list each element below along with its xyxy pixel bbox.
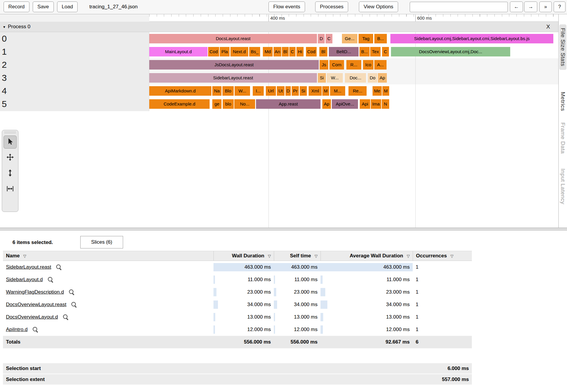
slice-name-link[interactable]: WarningFlagDescription.d [6, 289, 64, 295]
trace-slice[interactable]: DocsLayout.reast [149, 34, 317, 43]
column-header-average-wall-duration[interactable]: Average Wall Duration ▽ [321, 251, 413, 261]
trace-slice[interactable]: Bs_ [249, 47, 260, 56]
column-header-name[interactable]: Name ▽ [3, 251, 213, 261]
timeline-ruler[interactable]: 400 ms600 ms [0, 14, 558, 22]
trace-slice[interactable]: Si [300, 86, 307, 96]
trace-slice[interactable]: SidebarLayout.cmj,SidebarLayout.cmi,Side… [390, 34, 553, 43]
close-process-button[interactable]: X [546, 23, 550, 30]
analysis-tab-file-size-stats[interactable]: File Size Stats [559, 24, 566, 70]
trace-slice[interactable]: App.reast [256, 99, 321, 109]
trace-slice[interactable]: W... [327, 73, 343, 83]
trace-slice[interactable]: C [326, 34, 332, 43]
trace-slice[interactable]: blo [223, 99, 234, 109]
analysis-tab-frame-data[interactable]: Frame Data [560, 122, 566, 154]
table-row[interactable]: DocsOverviewLayout.reast 34.000 ms 34.00… [3, 298, 472, 311]
help-button[interactable]: ? [554, 1, 566, 12]
trace-slice[interactable]: Pr [292, 86, 299, 96]
trace-slice[interactable]: Bl [282, 47, 289, 56]
analysis-tab-input-latency[interactable]: Input Latency [560, 169, 566, 204]
table-row[interactable]: WarningFlagDescription.d 23.000 ms 23.00… [3, 286, 472, 298]
trace-slice[interactable]: M [382, 86, 389, 96]
record-button[interactable]: Record [4, 1, 29, 12]
trace-slice[interactable]: Do [368, 73, 377, 83]
slice-name-link[interactable]: SidebarLayout.reast [6, 264, 51, 270]
trace-slice[interactable]: Ut [277, 86, 285, 96]
trace-slice[interactable]: Tag [359, 34, 373, 43]
trace-slice[interactable]: Cod [208, 47, 219, 56]
pan-tool-button[interactable] [4, 151, 17, 164]
search-magnifier-icon[interactable] [69, 289, 75, 295]
trace-slice[interactable]: ge [212, 99, 222, 109]
trace-slice[interactable]: Com [329, 60, 344, 70]
trace-slice[interactable]: Re... [348, 86, 367, 96]
trace-slice[interactable]: M [322, 86, 329, 96]
table-row[interactable]: SidebarLayout.d 11.000 ms 11.000 ms 11.0… [3, 273, 472, 286]
trace-slice[interactable]: JsDocsLayout.reast [149, 60, 319, 70]
flow-events-button[interactable]: Flow events [268, 1, 305, 12]
trace-slice[interactable]: Pla [220, 47, 230, 56]
trace-slice[interactable]: Ima [371, 99, 381, 109]
search-magnifier-icon[interactable] [63, 314, 69, 320]
trace-slice[interactable]: Si [318, 73, 326, 83]
palette-drag-grip[interactable] [4, 131, 16, 134]
collapse-triangle-icon[interactable]: ▾ [3, 25, 5, 29]
search-input[interactable] [410, 2, 508, 12]
trace-slice[interactable]: C [289, 47, 296, 56]
slice-name-link[interactable]: DocsOverviewLayout.reast [6, 302, 66, 308]
trace-slice[interactable]: Js [320, 60, 328, 70]
table-row[interactable]: SidebarLayout.reast 463.000 ms 463.000 m… [3, 261, 472, 273]
trace-slice[interactable]: Ap [322, 99, 331, 109]
search-magnifier-icon[interactable] [56, 264, 62, 270]
trace-slice[interactable]: Blo [222, 86, 234, 96]
trace-slice[interactable]: Bl [319, 47, 327, 56]
trace-slice[interactable]: Ge... [342, 34, 357, 43]
trace-slice[interactable]: MainLayout.d [149, 47, 208, 56]
trace-slice[interactable]: Url [266, 86, 276, 96]
trace-slice[interactable]: Hi [296, 47, 304, 56]
load-button[interactable]: Load [57, 1, 78, 12]
trace-slice[interactable]: C [382, 47, 389, 56]
view-options-button[interactable]: View Options [359, 1, 398, 12]
trace-slice[interactable]: B... [374, 34, 387, 43]
trace-slice[interactable]: BeltD... [329, 47, 359, 56]
slice-name-link[interactable]: ApiIntro.d [6, 327, 28, 333]
find-previous-button[interactable]: ← [510, 1, 523, 12]
search-magnifier-icon[interactable] [71, 302, 77, 308]
find-next-button[interactable]: → [524, 1, 537, 12]
trace-slice[interactable]: SidebarLayout.reast [149, 73, 317, 83]
table-row[interactable]: ApiIntro.d 12.000 ms 12.000 ms 12.000 ms… [3, 323, 472, 336]
slice-name-link[interactable]: SidebarLayout.d [6, 277, 43, 283]
trace-slice[interactable]: R... [346, 60, 361, 70]
trace-slice[interactable]: Cod [306, 47, 317, 56]
trace-slice[interactable]: Md [263, 47, 273, 56]
trace-slice[interactable]: DocsOverviewLayout.cmj,Doc... [391, 47, 510, 56]
trace-slice[interactable]: CodeExample.d [149, 99, 210, 109]
trace-slice[interactable]: Ap [378, 73, 387, 83]
trace-slice[interactable]: Na [212, 86, 222, 96]
timing-tool-button[interactable] [4, 183, 17, 196]
trace-slice[interactable]: M... [330, 86, 345, 96]
trace-slice[interactable]: Me [373, 86, 382, 96]
trace-slice[interactable]: Api [360, 99, 370, 109]
analysis-tab-metrics[interactable]: Metrics [560, 92, 566, 111]
trace-slice[interactable]: N [382, 99, 389, 109]
selection-tool-button[interactable] [4, 136, 17, 149]
trace-slice[interactable]: Doc... [345, 73, 366, 83]
trace-slice[interactable]: D [318, 34, 325, 43]
search-magnifier-icon[interactable] [32, 327, 38, 333]
trace-slice[interactable]: ApiOve... [332, 99, 358, 109]
pane-splitter[interactable] [0, 228, 567, 231]
slice-name-link[interactable]: DocsOverviewLayout.d [6, 314, 58, 320]
trace-slice[interactable]: Ico [363, 60, 373, 70]
processes-button[interactable]: Processes [315, 1, 348, 12]
column-header-wall-duration[interactable]: Wall Duration ▽ [213, 251, 274, 261]
trace-slice[interactable]: Xml [309, 86, 322, 96]
trace-slice[interactable]: B... [359, 47, 370, 56]
tab-slices[interactable]: Slices (6) [80, 236, 123, 248]
more-options-button[interactable]: » [539, 1, 552, 12]
zoom-tool-button[interactable] [4, 167, 17, 180]
trace-slice[interactable]: An [274, 47, 281, 56]
trace-slice[interactable]: W... [235, 86, 250, 96]
trace-slice[interactable]: ApiMarkdown.d [149, 86, 211, 96]
trace-slice[interactable]: Tex [370, 47, 381, 56]
